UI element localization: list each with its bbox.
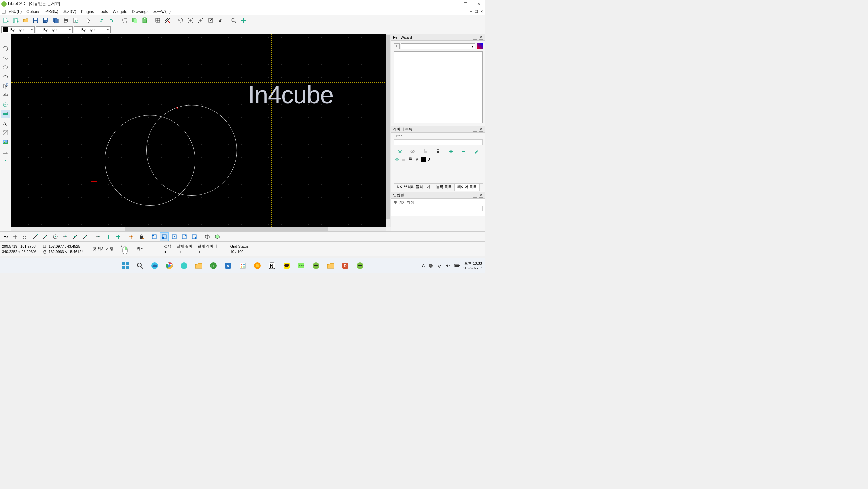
pen-color-select[interactable]: By Layer▾ bbox=[1, 26, 35, 33]
app-icon-5[interactable] bbox=[295, 260, 308, 272]
menu-tools[interactable]: Tools bbox=[97, 9, 110, 15]
vertical-scrollbar[interactable] bbox=[386, 34, 391, 227]
layer-edit-icon[interactable] bbox=[473, 148, 480, 155]
selection-pointer-button[interactable] bbox=[84, 16, 93, 25]
ucs-4-button[interactable] bbox=[180, 232, 189, 241]
zoom-redraw-button[interactable] bbox=[176, 16, 185, 25]
librecad2-app-icon[interactable] bbox=[354, 260, 366, 272]
layers-header[interactable]: 레이어 목록 ❐ ✕ bbox=[391, 126, 485, 133]
pen-wizard-list[interactable] bbox=[394, 51, 483, 123]
zoom-auto-button[interactable] bbox=[206, 16, 215, 25]
layer-remove-icon[interactable] bbox=[460, 148, 467, 155]
restrict-horizontal-button[interactable] bbox=[104, 232, 113, 241]
select-tool[interactable] bbox=[1, 82, 10, 90]
snap-middle-button[interactable] bbox=[61, 232, 70, 241]
layer-row-0[interactable]: # 0 bbox=[394, 155, 483, 163]
minimize-button[interactable]: ─ bbox=[445, 0, 459, 8]
layer-visible-icon[interactable] bbox=[394, 157, 400, 162]
menu-drawings[interactable]: Drawings bbox=[130, 9, 150, 15]
line-tool[interactable] bbox=[1, 35, 10, 43]
ucs-5-button[interactable] bbox=[190, 232, 199, 241]
save-as-button[interactable] bbox=[41, 16, 50, 25]
pen-linetype-select[interactable]: —By Layer▾ bbox=[74, 26, 111, 33]
menu-options[interactable]: Options bbox=[24, 9, 42, 15]
kakaotalk-app-icon[interactable] bbox=[280, 260, 293, 272]
snap-on-entity-button[interactable] bbox=[41, 232, 50, 241]
maximize-button[interactable]: ☐ bbox=[459, 0, 472, 8]
tab-layer-list[interactable]: 레이어 목록 bbox=[455, 184, 480, 191]
layers-close-button[interactable]: ✕ bbox=[479, 127, 483, 132]
cut-button[interactable] bbox=[120, 16, 129, 25]
copy-button[interactable] bbox=[130, 16, 139, 25]
restrict-nothing-button[interactable] bbox=[94, 232, 103, 241]
layer-hide-all-icon[interactable] bbox=[409, 148, 416, 155]
exclusive-snap-label[interactable]: Ex bbox=[2, 234, 10, 239]
command-close-button[interactable]: ✕ bbox=[479, 193, 483, 198]
pen-wizard-close-button[interactable]: ✕ bbox=[479, 35, 483, 40]
new-from-template-button[interactable]: + bbox=[11, 16, 20, 25]
save-all-button[interactable] bbox=[51, 16, 60, 25]
layer-lock-all-icon[interactable] bbox=[435, 148, 441, 155]
restrict-vertical-button[interactable] bbox=[114, 232, 123, 241]
explorer2-app-icon[interactable] bbox=[324, 260, 337, 272]
start-button[interactable] bbox=[119, 260, 132, 272]
menu-file[interactable]: 파일(F) bbox=[7, 8, 24, 15]
menu-help[interactable]: 도움말(H) bbox=[151, 8, 173, 15]
explorer-app-icon[interactable] bbox=[192, 260, 205, 272]
point-tool[interactable] bbox=[1, 157, 10, 165]
layer-color-swatch[interactable] bbox=[421, 157, 426, 162]
chrome-app-icon[interactable] bbox=[163, 260, 176, 272]
powerpoint-app-icon[interactable]: P bbox=[339, 260, 352, 272]
polyline-tool[interactable] bbox=[1, 73, 10, 80]
utorrent-app-icon[interactable]: µ bbox=[207, 260, 220, 272]
relative-zero-button[interactable] bbox=[127, 232, 136, 241]
isometric-left-button[interactable]: + bbox=[203, 232, 212, 241]
command-input[interactable] bbox=[394, 205, 483, 211]
mdi-minimize-button[interactable]: ─ bbox=[469, 9, 473, 14]
layer-show-all-icon[interactable] bbox=[397, 148, 403, 155]
zoom-pan-button[interactable] bbox=[239, 16, 248, 25]
image-tool[interactable] bbox=[1, 138, 10, 146]
snap-distance-button[interactable] bbox=[71, 232, 80, 241]
mdi-menu-icon[interactable] bbox=[1, 9, 6, 14]
zoom-out-button[interactable] bbox=[196, 16, 205, 25]
pen-wizard-header[interactable]: Pen Wizard ❐ ✕ bbox=[391, 34, 485, 41]
layer-lock-icon[interactable] bbox=[401, 157, 406, 162]
open-button[interactable] bbox=[21, 16, 30, 25]
snap-free-button[interactable] bbox=[11, 232, 20, 241]
new-button[interactable]: + bbox=[1, 16, 10, 25]
layer-add-icon[interactable] bbox=[448, 148, 454, 155]
zoom-previous-button[interactable] bbox=[216, 16, 225, 25]
curve-tool[interactable] bbox=[1, 54, 10, 62]
save-button[interactable] bbox=[31, 16, 40, 25]
grid-toggle-button[interactable] bbox=[153, 16, 162, 25]
zoom-window-button[interactable] bbox=[229, 16, 238, 25]
snap-center-button[interactable] bbox=[51, 232, 60, 241]
ucs-2-button[interactable] bbox=[160, 232, 169, 241]
menu-plugins[interactable]: Plugins bbox=[79, 9, 96, 15]
pen-wizard-color-swatch[interactable] bbox=[477, 43, 483, 49]
ucs-1-button[interactable] bbox=[150, 232, 159, 241]
tray-volume-icon[interactable] bbox=[445, 263, 451, 268]
app-icon-3[interactable] bbox=[236, 260, 249, 272]
draft-mode-button[interactable] bbox=[163, 16, 172, 25]
tab-library-browser[interactable]: 라이브러리 둘러보기 bbox=[394, 184, 433, 191]
hatch-tool[interactable] bbox=[1, 129, 10, 137]
print-button[interactable] bbox=[61, 16, 70, 25]
snap-grid-button[interactable] bbox=[21, 232, 30, 241]
notion-app-icon[interactable]: N bbox=[266, 260, 278, 272]
command-float-button[interactable]: ❐ bbox=[473, 193, 477, 198]
drawing-canvas[interactable]: In4cube bbox=[11, 34, 386, 227]
tray-wifi-icon[interactable] bbox=[437, 263, 442, 268]
ucs-3-button[interactable] bbox=[170, 232, 179, 241]
pen-width-select[interactable]: —By Layer▾ bbox=[36, 26, 73, 33]
tab-block-list[interactable]: 블록 목록 bbox=[433, 184, 455, 191]
layers-float-button[interactable]: ❐ bbox=[473, 127, 477, 132]
search-button[interactable] bbox=[134, 260, 146, 272]
tray-chevron-icon[interactable]: ᐱ bbox=[422, 263, 425, 268]
close-button[interactable]: ✕ bbox=[472, 0, 485, 8]
horizontal-scrollbar[interactable] bbox=[11, 227, 386, 231]
edge-app-icon[interactable] bbox=[148, 260, 161, 272]
librecad-app-icon[interactable] bbox=[310, 260, 322, 272]
app-icon-1[interactable] bbox=[178, 260, 190, 272]
